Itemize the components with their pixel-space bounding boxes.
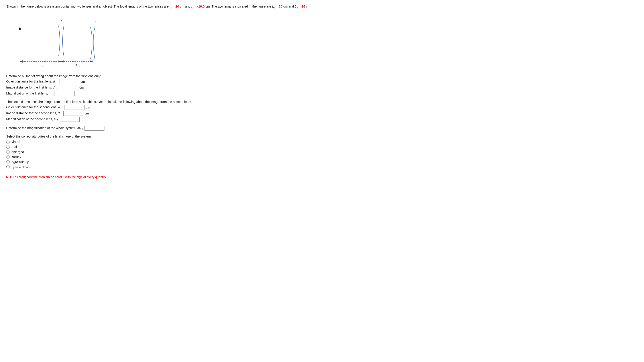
di2-label: Image distance for the second lens, di1. xyxy=(6,111,62,116)
svg-marker-16 xyxy=(90,60,93,62)
radio-group-attributes: virtual real enlarged shrunk right side … xyxy=(6,140,316,169)
svg-text:L: L xyxy=(40,63,42,66)
note-text: Throughout the problem be careful with t… xyxy=(17,175,107,179)
svg-text:L: L xyxy=(76,63,78,66)
radio-real[interactable] xyxy=(6,145,10,148)
di1-unit: cm xyxy=(80,86,84,90)
mtot-label: Determine the magnification of the whole… xyxy=(6,126,84,130)
svg-text:2: 2 xyxy=(95,21,96,24)
note-bold: NOTE: xyxy=(6,175,16,179)
do1-unit: cm xyxy=(80,80,85,84)
field-row-di2: Image distance for the second lens, di1.… xyxy=(6,111,316,116)
radio-shrunk-label: shrunk xyxy=(12,155,21,159)
section-image-attributes: Select the correct attributes of the fin… xyxy=(6,135,316,169)
radio-upsidedown-label: upside down xyxy=(12,166,30,169)
f1-diagram-label: f xyxy=(61,19,62,23)
radio-enlarged[interactable] xyxy=(6,150,10,154)
radio-virtual[interactable] xyxy=(6,140,10,144)
radio-shrunk[interactable] xyxy=(6,155,10,159)
radio-row-rightside: right side up xyxy=(6,160,316,164)
svg-marker-11 xyxy=(58,60,61,62)
svg-marker-2 xyxy=(19,26,21,30)
do2-input[interactable] xyxy=(64,105,84,110)
mtot-input[interactable] xyxy=(84,126,104,131)
optics-diagram: f 1 f 2 L 1 L 2 xyxy=(6,13,135,70)
L1-var: L1 xyxy=(272,5,275,8)
L2-var: L2 xyxy=(295,5,298,8)
di1-input[interactable] xyxy=(58,85,78,90)
m1-input[interactable] xyxy=(54,91,74,96)
radio-row-upsidedown: upside down xyxy=(6,166,316,169)
field-row-m2: Magnification of the second lens, m1. xyxy=(6,117,316,122)
section-total-magnification: Determine the magnification of the whole… xyxy=(6,126,316,131)
section2-intro: The second lens uses the image from the … xyxy=(6,100,316,104)
radio-enlarged-label: enlarged xyxy=(12,150,24,154)
di1-label: Image distance for the first lens, di1. xyxy=(6,86,57,90)
do1-input[interactable] xyxy=(59,79,79,84)
radio-real-label: real xyxy=(12,145,17,148)
field-row-di1: Image distance for the first lens, di1. … xyxy=(6,85,316,90)
diagram-svg: f 1 f 2 L 1 L 2 xyxy=(6,13,135,70)
svg-text:1: 1 xyxy=(42,65,44,67)
svg-text:2: 2 xyxy=(79,65,80,67)
radio-upsidedown[interactable] xyxy=(6,166,10,169)
section1-label: Determine all the following about the im… xyxy=(6,74,316,78)
m2-input[interactable] xyxy=(60,117,80,122)
svg-text:1: 1 xyxy=(62,21,64,24)
do1-label: Object distance for the first lens, do1. xyxy=(6,80,58,84)
field-row-do1: Object distance for the first lens, do1.… xyxy=(6,79,316,84)
field-row-mtot: Determine the magnification of the whole… xyxy=(6,126,316,131)
radio-row-real: real xyxy=(6,145,316,148)
m2-label: Magnification of the second lens, m1. xyxy=(6,117,59,122)
section-second-lens: The second lens uses the image from the … xyxy=(6,100,316,122)
do2-label: Object distance for the second lens, do1… xyxy=(6,105,64,110)
radio-virtual-label: virtual xyxy=(12,140,20,144)
di2-unit: cm xyxy=(85,112,89,115)
svg-marker-10 xyxy=(20,60,22,62)
intro-paragraph: Shown in the figure below is a system co… xyxy=(6,4,316,10)
note-paragraph: NOTE: Throughout the problem be careful … xyxy=(6,175,316,179)
do2-unit: cm xyxy=(86,106,90,109)
field-row-m1: Magnification of the first lens, m1. xyxy=(6,91,316,96)
radio-rightside-label: right side up xyxy=(12,160,29,164)
section4-label: Select the correct attributes of the fin… xyxy=(6,135,316,138)
section-first-lens: Determine all the following about the im… xyxy=(6,74,316,96)
m1-label: Magnification of the first lens, m1. xyxy=(6,92,54,96)
svg-marker-15 xyxy=(61,60,64,62)
f1-var: f1 xyxy=(170,5,172,8)
radio-row-shrunk: shrunk xyxy=(6,155,316,159)
radio-rightside[interactable] xyxy=(6,160,10,164)
f2-diagram-label: f xyxy=(93,19,95,23)
field-row-do2: Object distance for the second lens, do1… xyxy=(6,105,316,110)
radio-row-virtual: virtual xyxy=(6,140,316,144)
di2-input[interactable] xyxy=(64,111,84,116)
f2-var: f2 xyxy=(192,5,194,8)
radio-row-enlarged: enlarged xyxy=(6,150,316,154)
